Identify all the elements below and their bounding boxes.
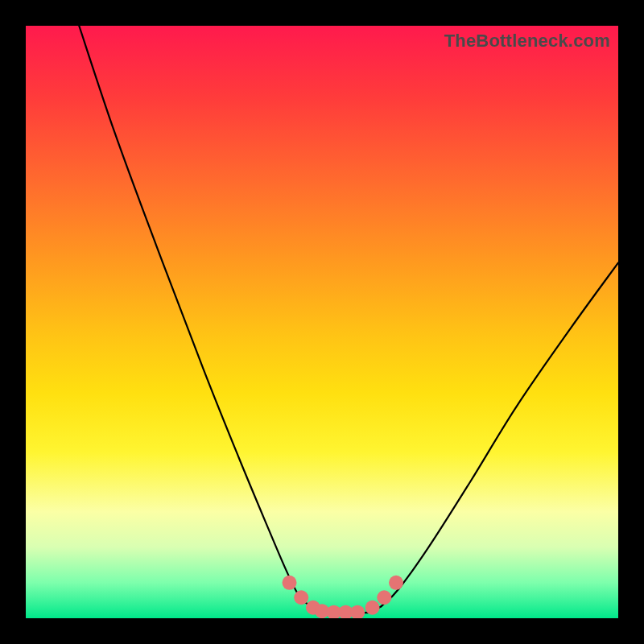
curve-left [79, 26, 310, 606]
marker-dot [365, 601, 380, 615]
marker-dot [389, 576, 403, 590]
marker-dot [350, 605, 365, 618]
marker-dot [283, 576, 297, 590]
curve-right [382, 262, 618, 606]
plot-area: TheBottleneck.com [26, 26, 618, 618]
curve-lines [79, 26, 618, 613]
valley-markers [283, 576, 403, 618]
chart-frame: TheBottleneck.com [0, 0, 644, 644]
curve-svg [26, 26, 618, 618]
marker-dot [294, 590, 308, 605]
marker-dot [377, 590, 391, 605]
